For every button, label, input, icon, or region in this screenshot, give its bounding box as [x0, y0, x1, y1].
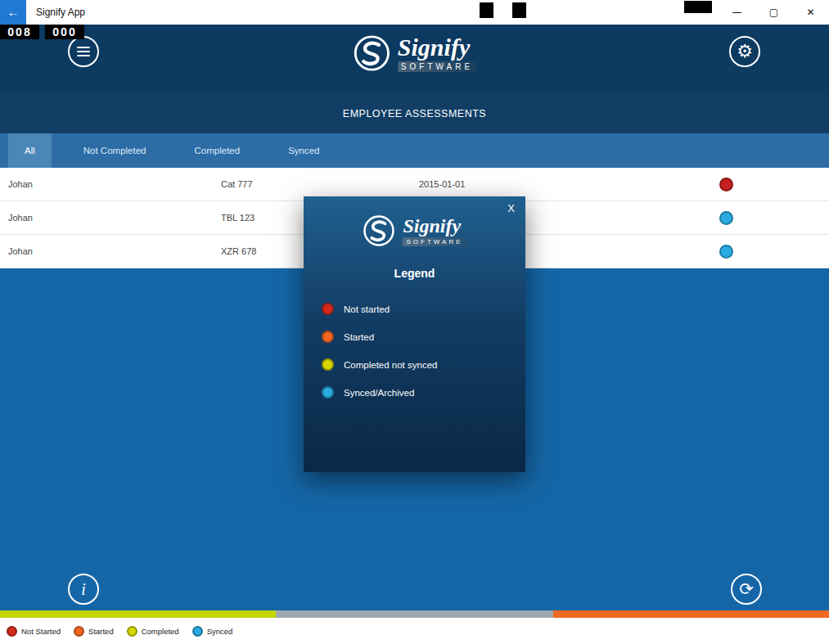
- screen-artifact: [480, 2, 493, 18]
- legend-dot-completed: [127, 626, 137, 637]
- signify-logo-icon: [363, 214, 395, 247]
- footer-legend: Not Started Started Completed Synced: [0, 618, 829, 644]
- sync-button[interactable]: ⟳: [731, 574, 762, 605]
- logo-name: Signify: [403, 216, 461, 236]
- status-dot: [719, 178, 733, 191]
- screen-artifact: [684, 1, 712, 13]
- tab-bar: All Not Completed Completed Synced: [0, 133, 829, 168]
- legend-item: Not Started: [7, 626, 61, 637]
- legend-item: Completed: [127, 626, 179, 637]
- legend-dot-synced-archived: [322, 386, 334, 399]
- status-progress-bar: [0, 610, 829, 618]
- legend-item: Started: [74, 626, 114, 637]
- progress-segment-completed: [0, 610, 276, 618]
- assessment-counters: 008 000: [0, 25, 84, 39]
- row-employee-name: Johan: [0, 213, 213, 223]
- modal-title: Legend: [304, 267, 525, 280]
- hamburger-lines: [77, 47, 90, 56]
- legend-dot-started: [322, 331, 334, 343]
- modal-legend-list: Not started Started Completed not synced…: [304, 303, 525, 399]
- tab-synced[interactable]: Synced: [272, 133, 336, 168]
- signify-logo: Signify SOFTWARE: [353, 34, 476, 72]
- info-icon: i: [81, 581, 86, 597]
- signify-logo-icon: [353, 34, 390, 72]
- logo-subtitle: SOFTWARE: [403, 237, 466, 246]
- status-dot: [719, 211, 733, 225]
- counter-secondary: 000: [45, 25, 84, 39]
- legend-item: Synced/Archived: [322, 386, 525, 399]
- app-window: ← Signify App — ▢ ✕ Signify SOFTWARE ⚙: [0, 0, 829, 644]
- logo-text: Signify SOFTWARE: [398, 35, 476, 72]
- hamburger-menu-icon[interactable]: [68, 36, 99, 67]
- signify-logo: Signify SOFTWARE: [304, 214, 525, 247]
- logo-text: Signify SOFTWARE: [403, 216, 466, 246]
- legend-dot-not-started: [7, 626, 17, 637]
- row-date: 2015-01-01: [411, 179, 714, 189]
- maximize-icon[interactable]: ▢: [755, 0, 792, 25]
- row-asset-id: Cat 777: [213, 179, 411, 189]
- tab-completed[interactable]: Completed: [178, 133, 257, 168]
- row-status: [714, 178, 829, 191]
- window-controls: — ▢ ✕: [719, 0, 829, 25]
- app-header: Signify SOFTWARE ⚙: [0, 25, 829, 94]
- row-status: [714, 211, 829, 225]
- status-dot: [719, 245, 733, 259]
- legend-item: Completed not synced: [322, 358, 525, 371]
- legend-dot-not-started: [322, 303, 334, 315]
- row-status: [714, 245, 829, 259]
- legend-modal: X Signify SOFTWARE Legend Not started St…: [304, 196, 525, 472]
- legend-item: Not started: [322, 303, 525, 315]
- info-button[interactable]: i: [68, 574, 99, 605]
- logo-name: Signify: [398, 35, 470, 60]
- legend-item: Started: [322, 331, 525, 343]
- close-icon[interactable]: ✕: [792, 0, 829, 25]
- sync-icon: ⟳: [739, 581, 754, 598]
- settings-gear-icon[interactable]: ⚙: [729, 36, 760, 67]
- tab-not-completed[interactable]: Not Completed: [67, 133, 163, 168]
- modal-close-icon[interactable]: X: [504, 200, 518, 216]
- counter-total: 008: [0, 25, 39, 39]
- progress-segment-neutral: [276, 610, 552, 618]
- legend-dot-completed-not-synced: [322, 358, 334, 371]
- logo-subtitle: SOFTWARE: [398, 61, 476, 72]
- minimize-icon[interactable]: —: [719, 0, 755, 25]
- screen-artifact: [512, 2, 526, 18]
- legend-item: Synced: [192, 626, 233, 637]
- legend-dot-started: [74, 626, 84, 637]
- progress-segment-started: [553, 610, 829, 618]
- row-employee-name: Johan: [0, 246, 213, 256]
- tab-all[interactable]: All: [8, 133, 52, 168]
- row-employee-name: Johan: [0, 179, 213, 189]
- back-button[interactable]: ←: [0, 0, 26, 25]
- window-title: Signify App: [36, 7, 85, 18]
- legend-dot-synced: [192, 626, 203, 637]
- page-title: EMPLOYEE ASSESSMENTS: [0, 94, 829, 133]
